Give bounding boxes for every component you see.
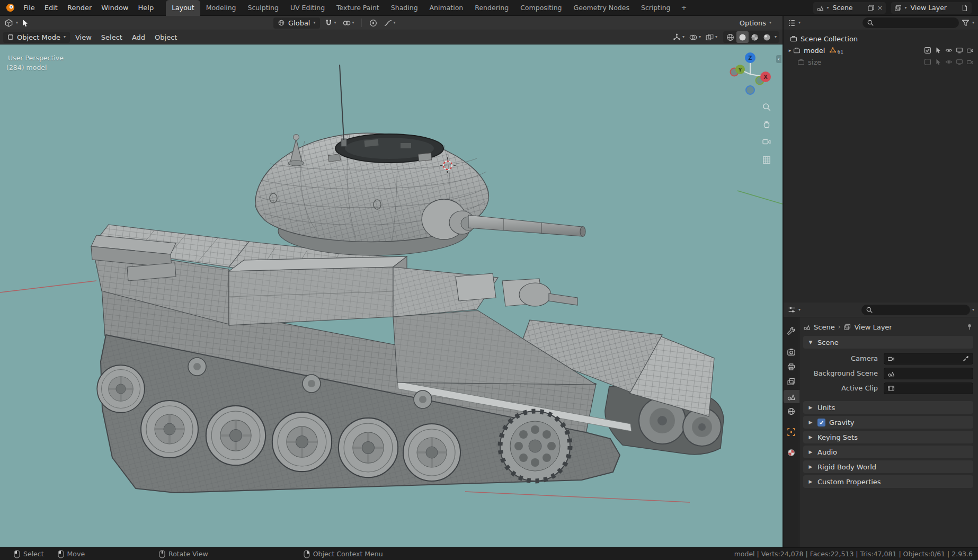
workspace-tab-uv-editing[interactable]: UV Editing	[284, 0, 331, 16]
workspace-tab-sculpting[interactable]: Sculpting	[242, 0, 284, 16]
hide-eye-icon[interactable]	[945, 58, 953, 66]
disable-viewport-icon[interactable]	[956, 58, 963, 66]
panel-label: Audio	[817, 448, 837, 456]
panel-label: Keying Sets	[817, 433, 858, 441]
tab-view-layer[interactable]	[784, 375, 799, 388]
outliner-row-model[interactable]: ▸ model 61	[784, 45, 978, 56]
tab-object[interactable]	[784, 425, 799, 439]
panel-audio-header[interactable]: ▶ Audio	[803, 446, 973, 458]
properties-search-input[interactable]	[861, 305, 970, 315]
menu-render[interactable]: Render	[63, 0, 96, 16]
panel-gravity-header[interactable]: ▶ Gravity	[803, 416, 973, 429]
tab-render[interactable]	[784, 345, 799, 359]
scene-selector[interactable]: ▾ Scene ×	[813, 2, 886, 14]
editor-type-icon[interactable]	[4, 19, 13, 28]
workspace-tab-rendering[interactable]: Rendering	[469, 0, 514, 16]
view-layer-selector[interactable]: ▾ View Layer	[891, 2, 972, 14]
selectable-pointer-icon[interactable]	[935, 47, 942, 54]
pan-hand-icon[interactable]	[761, 118, 772, 130]
tab-scene[interactable]	[784, 390, 799, 403]
snap-target-button[interactable]: ▾	[341, 17, 356, 29]
panel-keying-sets-header[interactable]: ▶ Keying Sets	[803, 431, 973, 443]
tab-world[interactable]	[784, 405, 799, 418]
background-scene-field[interactable]	[884, 368, 973, 379]
menu-edit[interactable]: Edit	[40, 0, 63, 16]
snap-toggle-button[interactable]: ▾	[323, 17, 338, 29]
outliner-row-scene-collection[interactable]: Scene Collection	[784, 33, 978, 45]
panel-scene-header[interactable]: ▼ Scene	[803, 336, 973, 349]
options-dropdown[interactable]: Options ▾	[738, 17, 773, 29]
viewport-canvas[interactable]: User Perspective (284) model Z X Y	[0, 45, 783, 547]
breadcrumb-view-layer[interactable]: View Layer	[854, 323, 892, 331]
transform-orientation-dropdown[interactable]: Global ▾	[273, 17, 320, 29]
breadcrumb-scene[interactable]: Scene	[814, 323, 835, 331]
workspace-tab-shading[interactable]: Shading	[385, 0, 424, 16]
zoom-icon[interactable]	[761, 101, 772, 113]
selectable-pointer-icon[interactable]	[935, 58, 942, 66]
menu-help[interactable]: Help	[134, 0, 159, 16]
menu-window[interactable]: Window	[96, 0, 133, 16]
workspace-tab-texture-paint[interactable]: Texture Paint	[331, 0, 385, 16]
workspace-tab-scripting[interactable]: Scripting	[635, 0, 677, 16]
active-clip-field[interactable]	[884, 383, 973, 394]
proportional-falloff-button[interactable]: ▾	[382, 17, 397, 29]
new-view-layer-icon[interactable]	[961, 4, 968, 12]
outliner-editor-type-icon[interactable]	[787, 19, 796, 28]
eyedropper-icon[interactable]	[962, 355, 970, 362]
new-scene-icon[interactable]	[867, 4, 875, 12]
shading-material-button[interactable]	[749, 31, 761, 43]
properties-editor-type-icon[interactable]	[787, 305, 796, 314]
disable-render-icon[interactable]	[966, 47, 974, 54]
object-count-badge: 61	[837, 49, 843, 56]
panel-rigid-body-header[interactable]: ▶ Rigid Body World	[803, 460, 973, 473]
unlink-scene-icon[interactable]: ×	[877, 4, 883, 12]
film-clip-icon	[887, 385, 895, 392]
workspace-tab-animation[interactable]: Animation	[424, 0, 469, 16]
disable-render-icon[interactable]	[966, 58, 974, 66]
outliner-row-size[interactable]: size	[784, 56, 978, 68]
select-box-tool-icon[interactable]	[21, 19, 30, 28]
shading-rendered-button[interactable]	[761, 31, 773, 43]
navigation-gizmo[interactable]: Z X Y	[726, 50, 775, 99]
orthographic-toggle-icon[interactable]	[761, 154, 772, 166]
workspace-tab-modeling[interactable]: Modeling	[200, 0, 242, 16]
tab-material[interactable]	[784, 446, 799, 459]
sidebar-open-arrow-icon[interactable]: ‹	[776, 55, 781, 63]
disable-viewport-icon[interactable]	[956, 47, 963, 54]
hide-eye-icon[interactable]	[945, 47, 953, 54]
viewport-menu-view[interactable]: View	[71, 30, 96, 45]
gravity-checkbox[interactable]	[817, 419, 825, 426]
workspace-tab-compositing[interactable]: Compositing	[514, 0, 567, 16]
panel-custom-properties-header[interactable]: ▶ Custom Properties	[803, 475, 973, 488]
proportional-editing-button[interactable]	[367, 17, 379, 29]
menu-file[interactable]: File	[19, 0, 40, 16]
shading-wireframe-button[interactable]	[724, 31, 736, 43]
blender-logo-icon[interactable]	[5, 3, 15, 13]
filter-funnel-icon[interactable]	[961, 19, 970, 28]
disclosure-triangle-icon[interactable]: ▸	[787, 48, 793, 53]
viewport-menu-select[interactable]: Select	[97, 30, 127, 45]
show-overlays-button[interactable]: ▾	[687, 31, 703, 43]
add-workspace-button[interactable]: +	[677, 0, 692, 16]
camera-field[interactable]	[884, 353, 973, 365]
xray-toggle-button[interactable]: ▾	[704, 31, 719, 43]
outliner-header: ▾ ▾	[784, 16, 978, 30]
exclude-checkbox-icon[interactable]	[924, 47, 931, 54]
shading-solid-button[interactable]	[736, 31, 749, 43]
outliner-search-input[interactable]	[863, 17, 959, 28]
tab-tool[interactable]	[784, 325, 799, 338]
viewport-menu-add[interactable]: Add	[128, 30, 149, 45]
camera-view-icon[interactable]	[761, 136, 772, 147]
panel-label: Rigid Body World	[817, 463, 876, 471]
workspace-tab-geometry-nodes[interactable]: Geometry Nodes	[568, 0, 635, 16]
workspace-tab-layout[interactable]: Layout	[166, 0, 200, 16]
pin-icon[interactable]	[966, 323, 973, 331]
mode-dropdown[interactable]: Object Mode ▾	[3, 32, 70, 43]
tank-model[interactable]	[0, 45, 783, 547]
viewport-menu-object[interactable]: Object	[150, 30, 181, 45]
panel-units-header[interactable]: ▶ Units	[803, 401, 973, 414]
show-gizmo-button[interactable]: ▾	[671, 31, 686, 43]
tab-output[interactable]	[784, 360, 799, 374]
exclude-checkbox-icon[interactable]	[924, 58, 931, 66]
collection-label: model	[804, 47, 825, 55]
